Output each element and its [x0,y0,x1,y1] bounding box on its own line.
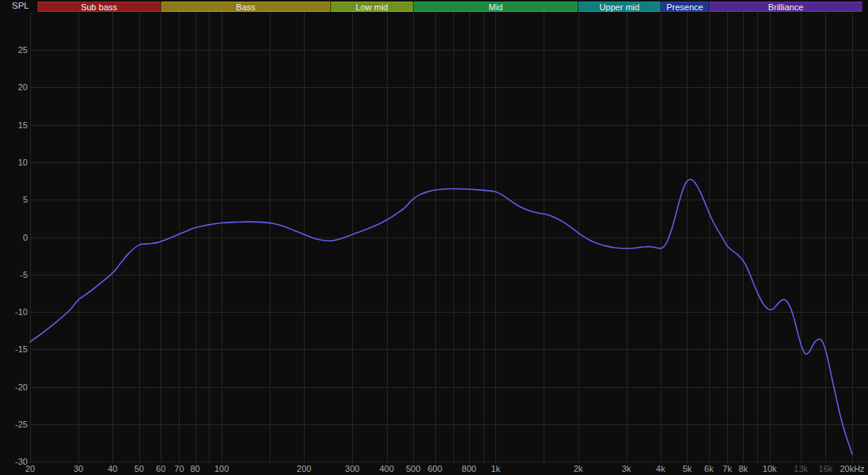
x-tick-label: 40 [108,464,117,473]
x-tick-label: 20kHz [840,464,864,473]
frequency-response-chart: Sub bassBassLow midMidUpper midPresenceB… [0,0,868,475]
chart-canvas: Sub bassBassLow midMidUpper midPresenceB… [0,0,868,475]
y-tick-label: 20 [18,82,28,92]
band-label-bass: Bass [236,2,256,12]
y-tick-label: -25 [15,420,28,429]
x-tick-label: 200 [297,464,311,473]
y-tick-label: 5 [23,195,28,204]
x-tick-label: 100 [214,464,229,473]
x-tick-label: 70 [174,464,184,473]
x-tick-label: 600 [427,464,442,473]
y-axis-title: SPL [12,1,29,10]
x-tick-label: 80 [190,464,199,473]
band-label-presence: Presence [666,2,703,12]
x-tick-label: 7k [722,464,732,473]
band-label-brilliance: Brilliance [768,2,804,12]
x-tick-label: 30 [74,464,83,473]
x-tick-label: 3k [622,464,631,473]
y-tick-label: 25 [18,45,28,55]
x-tick-label: 1k [491,464,501,473]
response-curve [30,180,852,454]
x-tick-label: 20 [25,464,35,473]
y-tick-label: -5 [20,270,28,279]
x-tick-label: 10k [763,464,777,473]
x-tick-label: 300 [345,464,359,473]
y-tick-label: -15 [15,344,28,354]
y-tick-label: 0 [23,233,28,242]
y-tick-label: 15 [18,120,28,130]
band-label-mid: Mid [489,2,503,12]
x-tick-label: 60 [156,464,165,473]
x-tick-label: 6k [704,464,714,473]
x-tick-label: 500 [406,464,420,473]
x-tick-label: 400 [379,464,393,473]
x-tick-label: 13k [794,464,808,473]
y-tick-label: -10 [15,307,28,317]
x-tick-label: 800 [462,464,476,473]
x-tick-label: 2k [574,464,583,473]
x-tick-label: 8k [738,464,748,473]
y-tick-label: -20 [15,382,28,392]
band-label-sub-bass: Sub bass [81,2,117,12]
band-label-upper-mid: Upper mid [599,2,639,12]
x-tick-label: 5k [683,464,692,473]
y-tick-label: 10 [18,158,28,167]
x-tick-label: 4k [656,464,665,473]
x-tick-label: 16k [819,464,833,473]
x-tick-label: 50 [135,464,144,473]
band-label-low-mid: Low mid [356,2,389,12]
